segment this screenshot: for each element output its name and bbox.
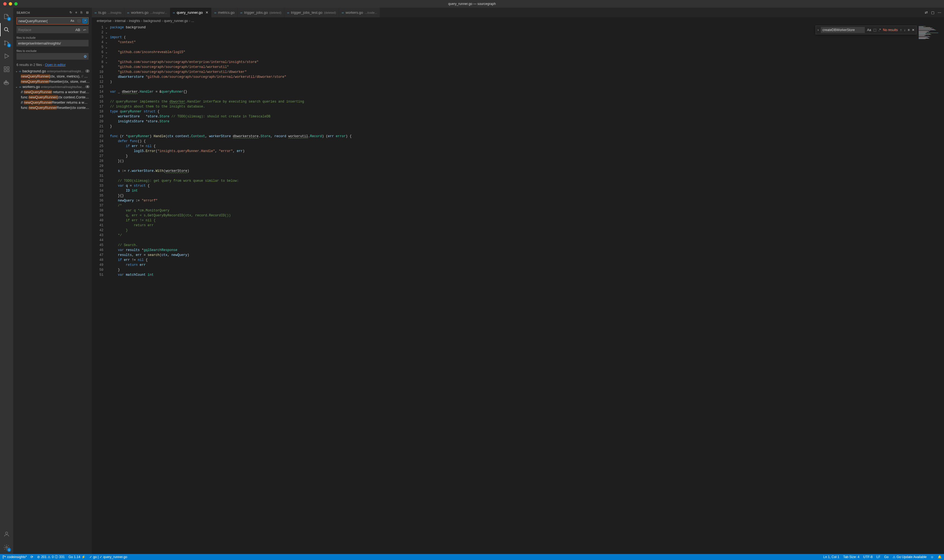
find-selection-icon[interactable]: ≡ [908, 28, 910, 32]
result-match[interactable]: newQueryRunner(ctx, store, metrics), // … [13, 74, 92, 79]
find-input[interactable] [821, 27, 865, 33]
notifications-icon[interactable]: 🔔 [938, 555, 942, 559]
svg-point-15 [3, 557, 3, 558]
files-include-input[interactable] [18, 41, 87, 45]
find-case-toggle[interactable]: Aa [867, 28, 871, 32]
breadcrumb-item[interactable]: enterprise [96, 19, 112, 23]
result-match[interactable]: func newQueryRunner(ctx context.Context,… [13, 95, 92, 100]
files-exclude-input[interactable] [18, 54, 83, 58]
eol[interactable]: LF [877, 555, 881, 559]
svg-point-14 [3, 555, 3, 556]
result-match[interactable]: func newQueryRunnerResetter(ctx context.… [13, 105, 92, 110]
find-result-count: No results [883, 28, 898, 32]
editor-tab[interactable]: ∞trigger_jobs.go(deleted) [237, 8, 284, 17]
svg-rect-5 [7, 67, 9, 69]
encoding[interactable]: UTF-8 [864, 555, 873, 559]
find-word-toggle[interactable]: ⬚ [873, 28, 876, 32]
find-prev-icon[interactable]: ↑ [900, 28, 902, 32]
svg-rect-7 [7, 70, 9, 72]
files-include-label: files to include [13, 35, 92, 40]
breadcrumb-item[interactable]: query_runner.go [163, 19, 188, 23]
tab-close-icon[interactable]: ✕ [205, 11, 208, 15]
cursor-position[interactable]: Ln 1, Col 1 [823, 555, 839, 559]
activity-bar: 2 1 1 [0, 8, 13, 554]
search-icon[interactable] [0, 23, 13, 36]
collapse-icon[interactable]: ⊟ [86, 11, 89, 14]
settings-gear-icon[interactable]: 1 [0, 541, 13, 554]
refresh-icon[interactable]: ↻ [69, 11, 72, 14]
replace-all-icon[interactable]: ⤺ [82, 27, 88, 32]
window-controls [0, 2, 18, 6]
editor-tab[interactable]: ∞ts.go.../insights [92, 8, 125, 17]
match-case-toggle[interactable]: Aa [69, 18, 75, 23]
find-widget: › Aa ⬚ .* No results ↑ ↓ ≡ ✕ [816, 26, 916, 34]
tab-size[interactable]: Tab Size: 4 [843, 555, 859, 559]
replace-input[interactable] [18, 28, 74, 32]
files-include-box [17, 40, 89, 46]
svg-rect-4 [4, 67, 6, 69]
result-match[interactable]: // newQueryRunner returns a worker that … [13, 89, 92, 95]
breadcrumb-item[interactable]: internal [114, 19, 126, 23]
exclude-settings-icon[interactable]: ⚙ [83, 54, 87, 58]
minimize-window-button[interactable] [9, 2, 12, 6]
source-control-icon[interactable]: 1 [0, 36, 13, 49]
compare-icon[interactable]: ⇄ [925, 11, 928, 15]
statusbar: codeinsights* ⟳ ⊘ 201 ⚠ 0 ⓘ 331 Go 1.14 … [0, 554, 944, 560]
files-exclude-label: files to exclude [13, 48, 92, 53]
fold-gutter[interactable]: ⌄ ⌄ ⌄ ⌄⌄⌄ ⌄ ⌄ [106, 25, 110, 554]
editor-tab[interactable]: ∞workers.go.../code... [339, 8, 380, 17]
problems-errors[interactable]: ⊘ 201 ⚠ 0 ⓘ 331 [37, 555, 65, 560]
svg-rect-6 [4, 70, 6, 72]
svg-point-13 [6, 546, 8, 548]
sync-button[interactable]: ⟳ [31, 555, 33, 559]
find-close-icon[interactable]: ✕ [912, 28, 915, 32]
analysis-status[interactable]: ✓ go | ✓ query_runner.go [89, 555, 127, 559]
search-input-box: Aa ⬚ .* [17, 17, 89, 25]
svg-point-2 [5, 44, 6, 45]
extensions-icon[interactable] [0, 63, 13, 76]
search-sidebar: SEARCH ↻ ≡ ⎘ ⊟ Aa ⬚ .* AB ⤺ files to inc… [13, 8, 92, 554]
breadcrumb-item[interactable]: background [143, 19, 161, 23]
accounts-icon[interactable] [0, 528, 13, 541]
open-in-editor-link[interactable]: Open in editor [45, 63, 65, 67]
breadcrumb-item[interactable]: ... [191, 19, 195, 23]
svg-point-0 [5, 28, 8, 31]
clear-icon[interactable]: ≡ [75, 11, 77, 14]
tabs-bar: ∞ts.go.../insights∞workers.go.../insight… [92, 8, 944, 17]
breadcrumb-item[interactable]: insights [128, 19, 141, 23]
result-file[interactable]: ⌄∞background.goenterprise/internal/insig… [13, 68, 92, 74]
regex-toggle[interactable]: .* [83, 18, 87, 23]
files-exclude-box: ⚙ [17, 53, 89, 60]
split-editor-icon[interactable]: ▢ [931, 11, 935, 15]
svg-point-12 [6, 532, 8, 534]
language-mode[interactable]: Go [884, 555, 889, 559]
result-match[interactable]: newQueryRunnerResetter(ctx, store, metri… [13, 79, 92, 84]
search-input[interactable] [18, 19, 69, 23]
whole-word-toggle[interactable]: ⬚ [77, 18, 82, 23]
find-next-icon[interactable]: ↓ [904, 28, 906, 32]
new-editor-icon[interactable]: ⎘ [80, 11, 83, 14]
explorer-icon[interactable]: 2 [0, 10, 13, 23]
preserve-case-toggle[interactable]: AB [74, 27, 81, 32]
run-debug-icon[interactable] [0, 49, 13, 63]
result-match[interactable]: // newQueryRunnerResetter returns a work… [13, 100, 92, 105]
docker-icon[interactable] [0, 76, 13, 89]
go-update[interactable]: ⚠ Go Update Available [893, 555, 927, 559]
minimap[interactable] [916, 25, 944, 554]
find-expand-icon[interactable]: › [818, 28, 819, 32]
feedback-icon[interactable]: ☺ [930, 555, 934, 559]
more-actions-icon[interactable]: ⋯ [938, 11, 941, 15]
editor-tab[interactable]: ∞trigger_jobs_test.go(deleted) [284, 8, 339, 17]
breadcrumbs[interactable]: enterprise › internal › insights › backg… [92, 17, 944, 25]
editor-tab[interactable]: ∞query_runner.go✕ [170, 8, 212, 17]
window-title: query_runner.go — sourcegraph [448, 2, 496, 6]
go-version[interactable]: Go 1.14 ⚡ [68, 555, 86, 559]
editor-tab[interactable]: ∞metrics.go [211, 8, 237, 17]
result-file[interactable]: ⌄∞workers.goenterprise/internal/insights… [13, 84, 92, 89]
maximize-window-button[interactable] [14, 2, 18, 6]
find-regex-toggle[interactable]: .* [879, 28, 881, 32]
editor-tab[interactable]: ∞workers.go.../insights/... [125, 8, 170, 17]
code-content[interactable]: package background import ( "context" "g… [110, 25, 916, 554]
close-window-button[interactable] [3, 2, 6, 6]
git-branch[interactable]: codeinsights* [2, 555, 27, 559]
